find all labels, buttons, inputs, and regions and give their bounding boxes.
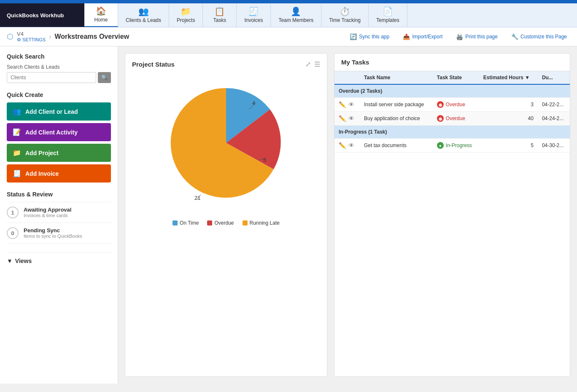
view-icon-1[interactable]: 👁 [348,101,354,108]
nav-item-team-members[interactable]: 👤 Team Members [271,3,321,27]
views-title[interactable]: ▼ Views [7,258,111,264]
breadcrumb-bar: ⬡ V4 ⚙ SETTINGS › Workstreams Overview 🔄… [0,27,577,46]
edit-icon-3[interactable]: ✏️ [339,142,346,149]
estimated-hours-2: 40 [479,112,538,126]
nav-item-templates[interactable]: 📄 Templates [369,3,407,27]
customize-button[interactable]: 🔧 Customize this Page [508,32,570,42]
chevron-down-icon: ▼ [7,258,13,264]
view-icon-3[interactable]: 👁 [348,142,354,149]
quick-create-section: Quick Create 👥 Add Client or Lead 📝 Add … [7,91,111,183]
add-invoice-button[interactable]: 🧾 Add Invoice [7,164,111,183]
workhub-icon: ⬡ [7,32,13,41]
table-row: ✏️ 👁 Install server side package ⏰ Overd… [334,98,570,112]
add-invoice-icon: 🧾 [13,169,21,177]
legend-overdue-label: Overdue [214,220,234,226]
invoices-icon: 🧾 [248,7,259,16]
tasks-table: Task Name Task State Estimated Hours ▼ D… [334,71,570,153]
templates-icon: 📄 [383,7,393,16]
customize-label: Customize this Page [520,34,567,40]
menu-icon[interactable]: ☰ [314,60,320,68]
legend-on-time: On Time [173,220,199,226]
task-name-2: Buy application of choice [360,112,433,126]
status-overdue-1: ⏰ Overdue [437,101,475,108]
view-icon-2[interactable]: 👁 [348,115,354,122]
add-client-activity-button[interactable]: 📝 Add Client Activity [7,123,111,141]
nav-bar: 🏠 Home 👥 Clients & Leads 📁 Projects 📋 Ta… [84,3,577,27]
sync-icon: 🔄 [350,33,357,40]
label-overdue: 5 [263,157,266,163]
pending-sync-item[interactable]: 0 Pending Sync Items to sync to QuickBoo… [7,223,111,244]
dot-overdue [207,220,212,226]
task-state-1: ⏰ Overdue [433,98,479,112]
search-label: Search Clients & Leads [7,64,111,70]
nav-item-clients-leads[interactable]: 👥 Clients & Leads [118,3,169,27]
projects-icon: 📁 [181,7,191,16]
app-title: QuickBooks Workhub [0,3,84,27]
add-activity-label: Add Client Activity [25,129,78,136]
col-due: Du... [538,71,570,84]
sync-button[interactable]: 🔄 Sync this app [346,32,393,42]
nav-item-home[interactable]: 🏠 Home [84,3,118,27]
pending-badge: 0 [7,227,19,239]
add-project-button[interactable]: 📁 Add Project [7,144,111,162]
add-project-label: Add Project [25,150,59,156]
search-button[interactable]: 🔍 [98,72,111,83]
inprogress-label-1: In-Progress [446,142,472,148]
add-client-lead-button[interactable]: 👥 Add Client or Lead [7,102,111,121]
estimated-hours-3: 5 [479,139,538,153]
settings-link[interactable]: ⚙ SETTINGS [17,37,46,43]
group-header-inprogress: In-Progress (1 Task) [334,126,570,139]
dot-on-time [173,220,178,226]
main-content: Project Status ⤢ ☰ [118,46,577,384]
quick-create-title: Quick Create [7,91,111,98]
task-state-2: ⏰ Overdue [433,112,479,126]
group-header-overdue: Overdue (2 Tasks) [334,84,570,98]
label-running-late: 21 [194,195,200,201]
overdue-label-2: Overdue [446,115,465,121]
version-label: V4 [17,31,46,37]
clients-icon: 👥 [138,7,149,16]
pending-subtitle: Items to sync to QuickBooks [24,234,82,239]
nav-item-projects[interactable]: 📁 Projects [169,3,203,27]
search-row: 🔍 [7,72,111,83]
nav-label-invoices: Invoices [244,17,263,23]
quick-search-title: Quick Search [7,53,111,60]
status-review-section: Status & Review 1 Awaiting Approval Invo… [7,191,111,244]
import-export-button[interactable]: 📤 Import/Export [399,32,446,42]
nav-label-tasks: Tasks [213,17,226,23]
col-actions [334,71,360,84]
dot-running-late [243,220,248,226]
sort-icon: ▼ [525,75,530,81]
tasks-table-body: Overdue (2 Tasks) ✏️ 👁 Install server si… [334,84,570,153]
team-icon: 👤 [291,7,301,16]
nav-item-tasks[interactable]: 📋 Tasks [203,3,237,27]
nav-label-projects: Projects [177,17,195,23]
awaiting-title: Awaiting Approval [24,207,71,213]
customize-icon: 🔧 [511,33,518,40]
edit-icon-1[interactable]: ✏️ [339,101,346,108]
time-icon: ⏱️ [340,7,350,16]
col-task-state: Task State [433,71,479,84]
my-tasks-header: My Tasks [334,54,570,71]
awaiting-approval-item[interactable]: 1 Awaiting Approval Invoices & time card… [7,202,111,223]
search-input[interactable] [7,72,96,83]
my-tasks-card: My Tasks Task Name Task State Estimated … [334,53,570,377]
task-name-3: Get tax documents [360,139,433,153]
add-invoice-label: Add Invoice [25,170,59,177]
page-title: Workstreams Overview [54,33,129,40]
search-section: Quick Search Search Clients & Leads 🔍 [7,53,111,83]
nav-item-invoices[interactable]: 🧾 Invoices [237,3,271,27]
nav-item-time-tracking[interactable]: ⏱️ Time Tracking [321,3,369,27]
import-label: Import/Export [412,34,442,40]
expand-icon[interactable]: ⤢ [305,60,311,68]
add-client-icon: 👥 [13,107,21,115]
awaiting-subtitle: Invoices & time cards [24,213,71,218]
edit-icon-2[interactable]: ✏️ [339,115,346,122]
breadcrumb-separator: › [49,33,51,40]
pie-chart-svg: 4 5 21 [154,78,298,212]
chart-container: 4 5 21 [132,73,320,217]
print-button[interactable]: 🖨️ Print this page [453,32,501,42]
due-date-3: 04-30-2... [538,139,570,153]
inprogress-group-label: In-Progress (1 Task) [334,126,570,139]
add-client-label: Add Client or Lead [25,108,78,115]
